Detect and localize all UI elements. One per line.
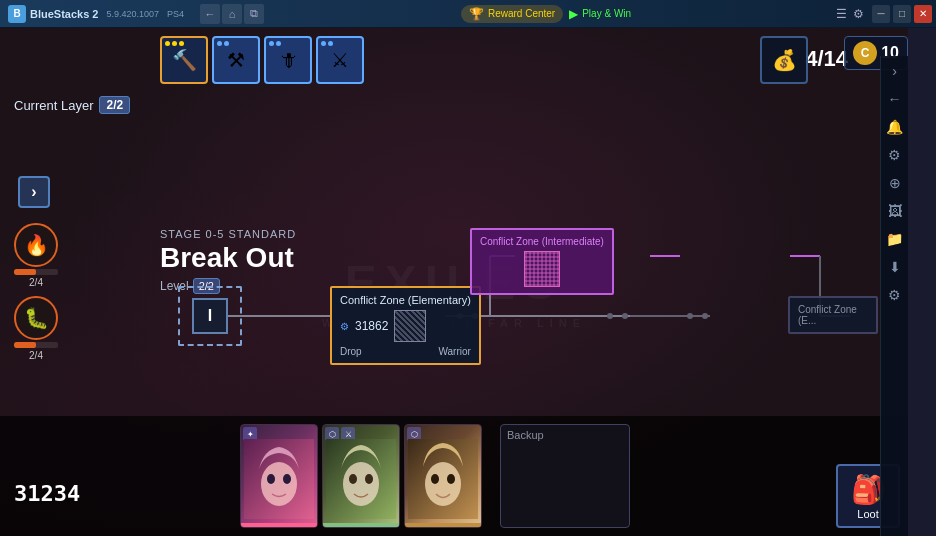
currency-icon-2: 💰 <box>772 48 797 72</box>
skill-icon-1[interactable]: 🔨 <box>160 36 208 84</box>
sidebar-gear-btn[interactable]: ⚙ <box>884 284 906 306</box>
maximize-btn[interactable]: □ <box>893 5 911 23</box>
char-slots: ✦ <box>240 424 482 528</box>
left-icon-flame: 🔥 2/4 <box>14 223 58 288</box>
dot <box>217 41 222 46</box>
dot <box>165 41 170 46</box>
currency-box-2: 💰 <box>760 36 808 84</box>
skill-dots-2 <box>217 41 229 46</box>
loot-label: Loot <box>857 508 878 520</box>
backup-label: Backup <box>501 425 629 445</box>
sidebar-notification-btn[interactable]: 🔔 <box>884 116 906 138</box>
backup-area: Backup <box>500 424 630 528</box>
dot <box>224 41 229 46</box>
conflict-zone-intermediate[interactable]: Conflict Zone (Intermediate) <box>470 228 614 295</box>
play-n-win-btn[interactable]: ▶ Play & Win <box>569 7 631 21</box>
skill-dots-1 <box>165 41 184 46</box>
nav-back-btn[interactable]: ← <box>200 4 220 24</box>
menu-icon[interactable]: ☰ <box>836 7 847 21</box>
char-face-2 <box>323 439 399 519</box>
playnwin-label: Play & Win <box>582 8 631 19</box>
svg-point-9 <box>622 313 628 319</box>
nav-buttons: ← ⌂ ⧉ <box>200 4 264 24</box>
char-face-3 <box>405 439 481 519</box>
skill-icon-symbol-3: 🗡 <box>278 49 298 72</box>
game-area: EXILES WE CROSS THE FAR LINE 🔨 ⚒ 🗡 <box>0 28 908 536</box>
conflict-intermediate-title: Conflict Zone (Intermediate) <box>480 236 604 247</box>
sidebar-settings-btn[interactable]: ⚙ <box>884 144 906 166</box>
settings-icon[interactable]: ⚙ <box>853 7 864 21</box>
svg-point-24 <box>365 474 373 484</box>
stage-counter: 4/14 <box>805 46 848 72</box>
left-panel: 🔥 2/4 🐛 2/4 <box>14 223 58 361</box>
skill-dots-4 <box>321 41 333 46</box>
char-bar: 31234 ✦ <box>0 416 908 536</box>
sidebar-expand-btn[interactable]: › <box>884 60 906 82</box>
expand-button[interactable]: › <box>18 176 50 208</box>
svg-point-8 <box>607 313 613 319</box>
current-layer: Current Layer 2/2 <box>14 96 130 114</box>
bug-count: 2/4 <box>29 350 43 361</box>
start-node[interactable]: I <box>192 298 228 334</box>
flame-icon-circle: 🔥 <box>14 223 58 267</box>
char-bar-3 <box>405 523 481 527</box>
conflict-zone-elementary[interactable]: Conflict Zone (Elementary) ⚙ 31862 Drop … <box>330 286 481 365</box>
conflict-elementary-body: ⚙ 31862 <box>340 310 471 342</box>
dot <box>269 41 274 46</box>
svg-point-28 <box>447 474 455 484</box>
minimize-btn[interactable]: ─ <box>872 5 890 23</box>
svg-point-23 <box>349 474 357 484</box>
playnwin-icon: ▶ <box>569 7 578 21</box>
app-icon: B <box>8 5 26 23</box>
left-icon-bug: 🐛 2/4 <box>14 296 58 361</box>
flame-bar-fill <box>14 269 36 275</box>
conflict-gear-icon: ⚙ <box>340 321 349 332</box>
titlebar: B BlueStacks 2 5.9.420.1007 PS4 ← ⌂ ⧉ 🏆 … <box>0 0 936 28</box>
reward-label: Reward Center <box>488 8 555 19</box>
bug-bar <box>14 342 58 348</box>
dot <box>328 41 333 46</box>
conflict-elementary-title: Conflict Zone (Elementary) <box>340 294 471 306</box>
dot <box>179 41 184 46</box>
conflict-zone-right[interactable]: Conflict Zone (E... <box>788 296 878 334</box>
conflict-right-title: Conflict Zone (E... <box>798 304 868 326</box>
app-title: BlueStacks 2 <box>30 8 98 20</box>
app-logo: B BlueStacks 2 5.9.420.1007 PS4 <box>0 5 192 23</box>
skill-icon-3[interactable]: 🗡 <box>264 36 312 84</box>
char-slot-3[interactable]: ⬡ <box>404 424 482 528</box>
sidebar-add-btn[interactable]: ⊕ <box>884 172 906 194</box>
app-platform: PS4 <box>167 9 184 19</box>
score-display: 31234 <box>14 481 80 506</box>
svg-point-20 <box>283 474 291 484</box>
dot <box>172 41 177 46</box>
conflict-elementary-footer: Drop Warrior <box>340 346 471 357</box>
nav-restore-btn[interactable]: ⧉ <box>244 4 264 24</box>
svg-point-22 <box>343 462 379 506</box>
char-slot-1[interactable]: ✦ <box>240 424 318 528</box>
skill-icon-2[interactable]: ⚒ <box>212 36 260 84</box>
char-slot-2[interactable]: ⬡ ⚔ <box>322 424 400 528</box>
app-version: 5.9.420.1007 <box>106 9 159 19</box>
char-face-1 <box>241 439 317 519</box>
skill-icon-symbol-4: ⚔ <box>331 48 349 72</box>
reward-icon: 🏆 <box>469 7 484 21</box>
layer-value: 2/2 <box>99 96 130 114</box>
start-node-label: I <box>208 307 212 325</box>
window-controls: ─ □ ✕ <box>872 5 932 23</box>
sidebar-image-btn[interactable]: 🖼 <box>884 200 906 222</box>
svg-point-18 <box>261 462 297 506</box>
sidebar-folder-btn[interactable]: 📁 <box>884 228 906 250</box>
reward-center-btn[interactable]: 🏆 Reward Center <box>461 5 563 23</box>
node-map: I Conflict Zone (Elementary) ⚙ 31862 Dro… <box>150 168 878 396</box>
sidebar-back-btn[interactable]: ← <box>884 88 906 110</box>
nav-home-btn[interactable]: ⌂ <box>222 4 242 24</box>
svg-point-27 <box>431 474 439 484</box>
skill-icon-4[interactable]: ⚔ <box>316 36 364 84</box>
char-bar-2 <box>323 523 399 527</box>
dot <box>321 41 326 46</box>
sidebar-download-btn[interactable]: ⬇ <box>884 256 906 278</box>
dot <box>276 41 281 46</box>
flame-count: 2/4 <box>29 277 43 288</box>
close-btn[interactable]: ✕ <box>914 5 932 23</box>
coin-icon: C <box>853 41 877 65</box>
